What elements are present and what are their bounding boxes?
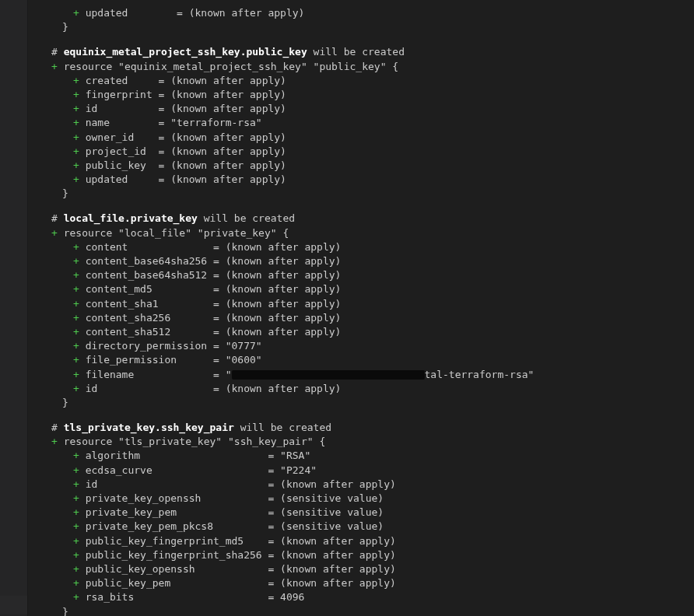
terminal-output: + updated = (known after apply)}# equini… xyxy=(28,0,694,616)
block-close: } xyxy=(40,605,682,617)
terraform-attribute: + updated = (known after apply) xyxy=(40,6,682,20)
block-close: } xyxy=(40,187,682,201)
terraform-attribute: + ecdsa_curve = "P224" xyxy=(40,464,682,478)
terraform-attribute: + public_key_openssh = (known after appl… xyxy=(40,562,682,576)
terraform-attribute: + project_id = (known after apply) xyxy=(40,145,682,159)
terraform-attribute: + content_md5 = (known after apply) xyxy=(40,282,682,296)
terraform-attribute: + algorithm = "RSA" xyxy=(40,449,682,463)
terraform-attribute: + content_sha1 = (known after apply) xyxy=(40,297,682,311)
redacted-text xyxy=(232,370,425,380)
resource-declaration: + resource "tls_private_key" "ssh_key_pa… xyxy=(40,435,682,449)
terraform-attribute: + id = (known after apply) xyxy=(40,382,682,396)
terraform-attribute: + created = (known after apply) xyxy=(40,74,682,88)
resource-declaration: + resource "local_file" "private_key" { xyxy=(40,226,682,240)
terraform-attribute: + name = "terraform-rsa" xyxy=(40,116,682,130)
terraform-attribute: + content_sha256 = (known after apply) xyxy=(40,311,682,325)
block-close: } xyxy=(40,396,682,410)
terraform-attribute: + content_sha512 = (known after apply) xyxy=(40,325,682,339)
terraform-attribute: + public_key_pem = (known after apply) xyxy=(40,576,682,590)
terraform-attribute: + directory_permission = "0777" xyxy=(40,339,682,353)
terraform-attribute: + updated = (known after apply) xyxy=(40,173,682,187)
terraform-attribute: + id = (known after apply) xyxy=(40,102,682,116)
resource-comment: # tls_private_key.ssh_key_pair will be c… xyxy=(40,421,682,435)
terraform-attribute: + content = (known after apply) xyxy=(40,240,682,254)
terraform-attribute: + owner_id = (known after apply) xyxy=(40,131,682,145)
terraform-attribute: + public_key_fingerprint_sha256 = (known… xyxy=(40,548,682,562)
terraform-attribute: + fingerprint = (known after apply) xyxy=(40,88,682,102)
block-close: } xyxy=(40,20,682,34)
sidebar-tab[interactable] xyxy=(0,596,27,614)
terraform-attribute: + public_key_fingerprint_md5 = (known af… xyxy=(40,534,682,548)
terraform-attribute: + rsa_bits = 4096 xyxy=(40,590,682,604)
terraform-attribute: + id = (known after apply) xyxy=(40,478,682,492)
terraform-attribute: + content_base64sha256 = (known after ap… xyxy=(40,254,682,268)
resource-declaration: + resource "equinix_metal_project_ssh_ke… xyxy=(40,60,682,74)
terraform-attribute: + filename = "tal-terraform-rsa" xyxy=(40,368,682,382)
terraform-attribute: + private_key_pem = (sensitive value) xyxy=(40,506,682,520)
terraform-attribute: + content_base64sha512 = (known after ap… xyxy=(40,268,682,282)
terraform-attribute: + private_key_pem_pkcs8 = (sensitive val… xyxy=(40,520,682,534)
resource-comment: # local_file.private_key will be created xyxy=(40,212,682,226)
terraform-attribute: + public_key = (known after apply) xyxy=(40,159,682,173)
editor-sidebar xyxy=(0,0,28,616)
terraform-attribute: + file_permission = "0600" xyxy=(40,353,682,367)
resource-comment: # equinix_metal_project_ssh_key.public_k… xyxy=(40,45,682,59)
terraform-attribute: + private_key_openssh = (sensitive value… xyxy=(40,492,682,506)
